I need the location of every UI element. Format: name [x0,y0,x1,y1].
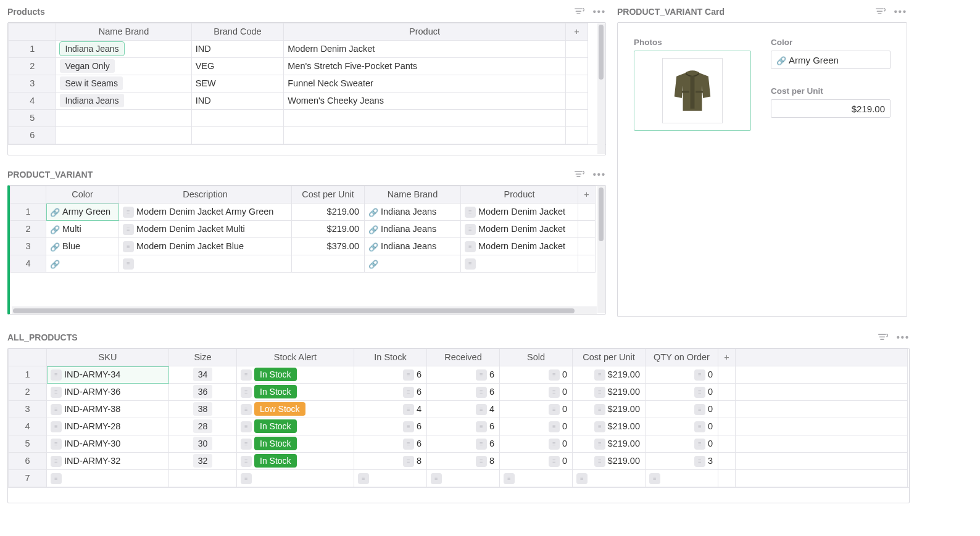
expand-icon[interactable] [694,369,705,381]
col-color[interactable]: Color [46,186,119,204]
expand-icon[interactable] [549,404,560,415]
col-qty[interactable]: QTY on Order [646,349,718,366]
brand-cell[interactable]: 🔗Indiana Jeans [365,238,461,255]
sku-cell[interactable]: IND-ARMY-32 [47,453,169,470]
table-row[interactable]: 3Sew it SeamsSEWFunnel Neck Sweater [9,75,588,93]
table-row[interactable]: 3🔗BlueModern Denim Jacket Blue$379.00🔗In… [10,238,596,255]
color-cell[interactable]: 🔗 [46,255,119,273]
col-desc[interactable]: Description [119,186,292,204]
expand-icon[interactable] [594,404,605,415]
add-column-button[interactable]: + [578,186,596,204]
expand-icon[interactable] [403,421,414,432]
size-cell[interactable]: 32 [169,453,237,470]
stock-alert-cell[interactable]: In Stock [237,366,354,384]
col-size[interactable]: Size [169,349,237,366]
size-cell[interactable]: 38 [169,401,237,418]
sku-cell[interactable]: IND-ARMY-34 [47,366,169,384]
col-alert[interactable]: Stock Alert [237,349,354,366]
expand-icon[interactable] [594,387,605,398]
cpu-cell[interactable]: $379.00 [292,238,365,255]
product-cell[interactable]: Modern Denim Jacket [461,221,578,238]
expand-icon[interactable] [476,439,487,450]
expand-icon[interactable] [694,456,705,467]
expand-icon[interactable] [123,224,134,235]
table-row[interactable]: 1IND-ARMY-3434In Stock660$219.000 [9,366,908,384]
sku-cell[interactable]: IND-ARMY-28 [47,418,169,435]
brand-cell[interactable]: 🔗Indiana Jeans [365,204,461,221]
add-column-button[interactable]: + [718,349,736,366]
brand-cell[interactable]: 🔗 [365,255,461,273]
product-cell[interactable] [461,255,578,273]
expand-icon[interactable] [241,369,252,381]
more-icon[interactable]: ••• [593,170,606,179]
col-brand[interactable]: Name Brand [365,186,461,204]
expand-icon[interactable] [649,473,660,484]
expand-icon[interactable] [431,473,442,484]
expand-icon[interactable] [476,421,487,432]
expand-icon[interactable] [549,456,560,467]
table-row[interactable]: 6IND-ARMY-3232In Stock880$219.003 [9,453,908,470]
product-cell[interactable]: Modern Denim Jacket [461,204,578,221]
expand-icon[interactable] [403,387,414,398]
expand-icon[interactable] [694,404,705,415]
expand-icon[interactable] [476,456,487,467]
table-row[interactable]: 7 [9,470,908,487]
expand-icon[interactable] [465,207,476,218]
stock-alert-cell[interactable]: In Stock [237,435,354,453]
description-cell[interactable] [119,255,292,273]
expand-icon[interactable] [241,404,252,415]
table-row[interactable]: 2Vegan OnlyVEGMen's Stretch Five-Pocket … [9,58,588,75]
product-cell[interactable]: Funnel Neck Sweater [284,75,566,93]
size-cell[interactable]: 28 [169,418,237,435]
stock-alert-cell[interactable]: In Stock [237,384,354,401]
photo-thumbnail[interactable] [634,51,751,131]
filter-icon[interactable] [876,7,886,16]
more-icon[interactable]: ••• [897,332,910,342]
color-input[interactable]: 🔗 Army Green [771,51,891,69]
col-recv[interactable]: Received [427,349,500,366]
cpu-cell[interactable] [292,255,365,273]
expand-icon[interactable] [403,439,414,450]
table-row[interactable]: 4Indiana JeansINDWomen's Cheeky Jeans [9,93,588,110]
color-cell[interactable]: 🔗Army Green [46,204,119,221]
stock-alert-cell[interactable]: Low Stock [237,401,354,418]
expand-icon[interactable] [403,456,414,467]
col-product[interactable]: Product [284,23,566,41]
expand-icon[interactable] [403,404,414,415]
table-row[interactable]: 2IND-ARMY-3636In Stock660$219.000 [9,384,908,401]
col-product[interactable]: Product [461,186,578,204]
table-row[interactable]: 1🔗Army GreenModern Denim Jacket Army Gre… [10,204,596,221]
cpu-cell[interactable]: $219.00 [292,204,365,221]
expand-icon[interactable] [594,369,605,381]
color-cell[interactable]: 🔗Multi [46,221,119,238]
brand-cell[interactable]: 🔗Indiana Jeans [365,221,461,238]
expand-icon[interactable] [358,473,369,484]
stock-alert-cell[interactable]: In Stock [237,418,354,435]
brand-code-cell[interactable]: SEW [191,75,284,93]
expand-icon[interactable] [403,369,414,381]
expand-icon[interactable] [51,421,62,432]
expand-icon[interactable] [123,207,134,218]
table-row[interactable]: 3IND-ARMY-3838Low Stock440$219.000 [9,401,908,418]
expand-icon[interactable] [594,439,605,450]
expand-icon[interactable] [51,369,62,381]
col-cpu[interactable]: Cost per Unit [292,186,365,204]
expand-icon[interactable] [694,387,705,398]
brand-chip[interactable]: Indiana Jeans [60,94,123,107]
expand-icon[interactable] [241,439,252,450]
color-cell[interactable]: 🔗Blue [46,238,119,255]
more-icon[interactable]: ••• [593,7,606,17]
size-cell[interactable]: 34 [169,366,237,384]
size-cell[interactable]: 36 [169,384,237,401]
col-sold[interactable]: Sold [500,349,573,366]
product-cell[interactable]: Modern Denim Jacket [461,238,578,255]
description-cell[interactable]: Modern Denim Jacket Multi [119,221,292,238]
filter-icon[interactable] [575,170,584,179]
col-instock[interactable]: In Stock [354,349,427,366]
expand-icon[interactable] [51,404,62,415]
brand-code-cell[interactable]: VEG [191,58,284,75]
product-cell[interactable]: Women's Cheeky Jeans [284,93,566,110]
size-cell[interactable]: 30 [169,435,237,453]
expand-icon[interactable] [594,456,605,467]
scrollbar[interactable] [12,307,597,314]
